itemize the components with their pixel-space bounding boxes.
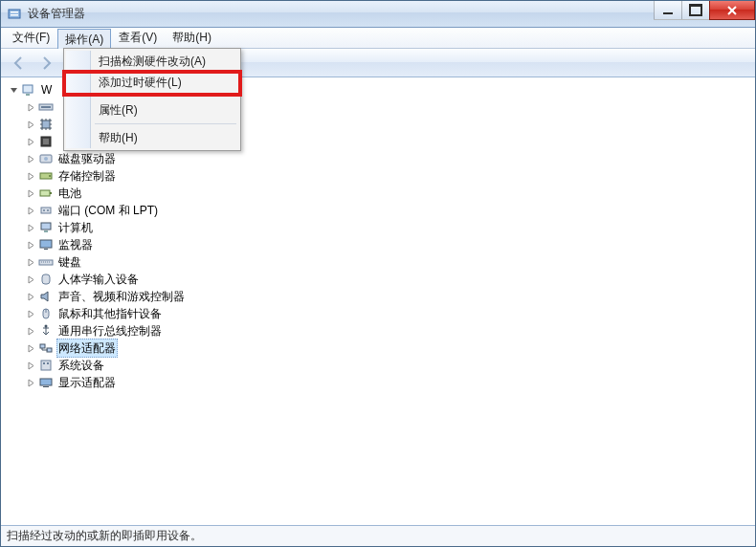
tree-node-keyboard[interactable]: 键盘 [3,253,755,271]
menu-help[interactable]: 帮助(H) [165,28,219,48]
expander-icon[interactable] [24,255,37,269]
tree-node-computer[interactable]: 计算机 [3,219,755,236]
expander-icon[interactable] [24,359,37,372]
network-icon [38,340,54,356]
back-button[interactable] [7,52,32,75]
svg-rect-0 [9,10,20,18]
storage-icon [38,168,54,184]
minimize-button[interactable] [654,1,682,20]
cpu2-icon [38,134,54,149]
svg-rect-19 [41,223,51,230]
svg-rect-31 [43,362,45,364]
expander-icon[interactable] [24,376,37,389]
tree-node-label: 显示适配器 [56,374,118,391]
computer-icon [21,82,36,98]
expander-icon[interactable] [24,273,37,286]
close-button[interactable] [709,1,755,20]
tree-node-label: 存储控制器 [56,167,118,185]
expander-icon[interactable] [24,290,37,303]
expander-icon[interactable] [24,135,37,148]
maximize-button[interactable] [681,1,710,20]
expander-icon[interactable] [24,169,37,183]
svg-point-13 [49,175,51,177]
svg-rect-32 [47,362,49,364]
tree-root-label: W [39,81,54,98]
svg-rect-16 [41,208,51,213]
tree-node-sound[interactable]: 声音、视频和游戏控制器 [3,288,755,305]
expander-icon[interactable] [24,324,37,338]
monitor-icon [38,237,54,252]
svg-rect-24 [42,274,50,284]
svg-rect-30 [41,361,51,370]
tree-node-label: 电池 [56,185,83,202]
tree-node-label: 端口 (COM 和 LPT) [56,202,160,219]
battery-icon [38,186,54,201]
computer-icon [38,220,54,235]
tree-node-disk[interactable]: 磁盘驱动器 [3,150,755,167]
svg-rect-34 [43,386,49,387]
expander-icon[interactable] [24,307,37,320]
tree-node-storage[interactable]: 存储控制器 [3,167,755,185]
tree-node-network[interactable]: 网络适配器 [3,339,755,357]
sound-icon [38,289,54,304]
expander-icon[interactable] [7,83,20,97]
expander-icon[interactable] [24,152,37,165]
svg-rect-9 [43,139,49,144]
expander-icon[interactable] [24,221,37,234]
svg-rect-15 [50,192,52,194]
app-icon [7,7,22,22]
tree-node-label: 监视器 [56,236,95,253]
svg-rect-20 [44,230,48,232]
expander-icon[interactable] [24,341,37,355]
dd-properties[interactable]: 属性(R) [66,99,238,120]
svg-rect-28 [40,344,45,348]
svg-rect-3 [23,85,33,93]
dd-help[interactable]: 帮助(H) [66,127,238,148]
tree-node-label: 计算机 [56,219,95,236]
window-title: 设备管理器 [28,6,85,22]
tree-node-port[interactable]: 端口 (COM 和 LPT) [3,202,755,219]
port-icon [38,203,54,218]
expander-icon[interactable] [24,204,37,217]
tree-node-label: 人体学输入设备 [56,271,141,288]
svg-rect-33 [40,379,52,385]
dd-scan-hardware[interactable]: 扫描检测硬件改动(A) [66,51,238,72]
tree-node-usb[interactable]: 通用串行总线控制器 [3,322,755,339]
titlebar: 设备管理器 [1,1,755,28]
svg-rect-6 [41,106,51,108]
dd-add-legacy-hardware[interactable]: 添加过时硬件(L) [66,72,238,93]
tree-node-monitor[interactable]: 监视器 [3,236,755,253]
forward-button[interactable] [33,52,58,75]
svg-rect-21 [40,240,52,248]
svg-rect-1 [11,11,18,13]
tree-node-label: 系统设备 [56,357,106,374]
svg-rect-14 [40,190,50,196]
menu-file[interactable]: 文件(F) [5,28,57,48]
expander-icon[interactable] [24,100,37,114]
tree-node-label: 鼠标和其他指针设备 [56,305,164,322]
svg-point-18 [47,209,49,211]
tree-node-mouse[interactable]: 鼠标和其他指针设备 [3,305,755,322]
tree-node-battery[interactable]: 电池 [3,185,755,202]
expander-icon[interactable] [24,118,37,131]
display-icon [38,375,54,390]
expander-icon[interactable] [24,186,37,200]
svg-rect-4 [26,94,30,96]
window-controls [655,1,755,20]
tree-node-system[interactable]: 系统设备 [3,357,755,374]
svg-rect-7 [42,120,50,128]
cpu-icon [38,117,54,132]
dropdown-separator [95,123,236,124]
menu-action[interactable]: 操作(A) [57,29,111,49]
tree-node-hid[interactable]: 人体学输入设备 [3,271,755,288]
svg-point-11 [44,157,48,161]
menu-view[interactable]: 查看(V) [111,28,165,48]
system-icon [38,358,54,373]
dropdown-separator [95,96,236,97]
status-bar: 扫描经过改动的或新的即插即用设备。 [1,525,755,546]
expander-icon[interactable] [24,238,37,252]
disk-icon [38,151,54,166]
hid-icon [38,272,54,287]
tree-node-display[interactable]: 显示适配器 [3,374,755,391]
action-dropdown: 扫描检测硬件改动(A) 添加过时硬件(L) 属性(R) 帮助(H) [63,48,241,151]
